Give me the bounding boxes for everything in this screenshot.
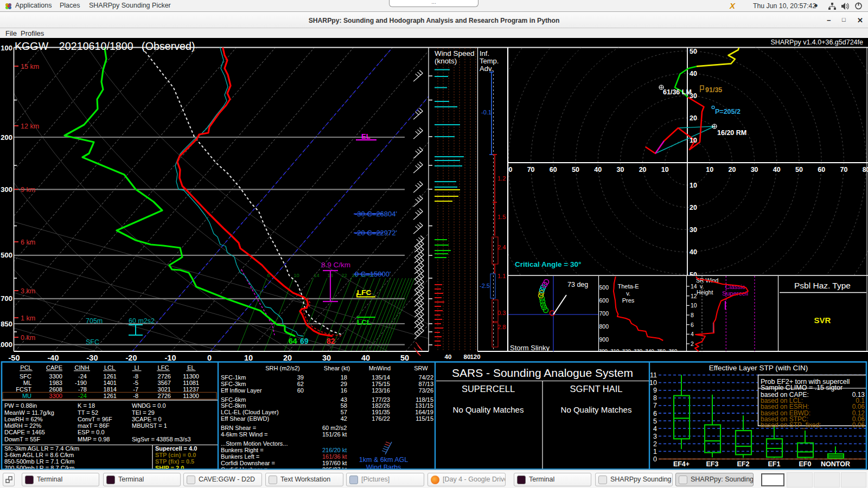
svg-text:-5: -5	[133, 380, 138, 386]
svg-text:14: 14	[314, 272, 320, 278]
svg-text:58: 58	[341, 402, 347, 409]
svg-text:0 km: 0 km	[21, 334, 35, 342]
svg-text:1: 1	[653, 448, 657, 455]
svg-text:-0.1: -0.1	[481, 109, 492, 115]
svg-text:40: 40	[690, 248, 697, 256]
svg-text:SARS - Sounding Analogue Syste: SARS - Sounding Analogue System	[452, 367, 633, 379]
svg-text:40: 40	[594, 166, 602, 174]
svg-text:-30 C=26804': -30 C=26804'	[355, 210, 397, 218]
svg-text:SGFNT HAIL: SGFNT HAIL	[570, 384, 623, 394]
svg-text:SFC-3km: SFC-3km	[221, 381, 246, 387]
svg-text:20: 20	[690, 204, 697, 211]
svg-text:SigSvr = 43858 m3/s3: SigSvr = 43858 m3/s3	[132, 436, 191, 442]
svg-text:40: 40	[773, 166, 781, 174]
svg-text:EF1: EF1	[768, 460, 781, 468]
svg-text:TEI = 29: TEI = 29	[132, 409, 155, 416]
svg-text:3-6km AGL LR = 8.6 C/km: 3-6km AGL LR = 8.6 C/km	[4, 452, 74, 458]
svg-text:151/26 kt: 151/26 kt	[322, 431, 347, 438]
svg-text:500: 500	[1, 251, 12, 259]
svg-text:8.9 C/km: 8.9 C/km	[321, 261, 350, 269]
svg-text:K = 18: K = 18	[78, 402, 95, 409]
svg-text:Eff Shear (EBWD): Eff Shear (EBWD)	[221, 415, 269, 422]
svg-text:1 km: 1 km	[21, 314, 35, 322]
svg-text:3567: 3567	[158, 380, 171, 386]
svg-text:11300: 11300	[183, 393, 199, 399]
svg-text:SFC: SFC	[86, 338, 99, 346]
svg-text:50: 50	[795, 166, 803, 174]
svg-text:57: 57	[341, 409, 347, 415]
svg-text:MidRH = 22%: MidRH = 22%	[4, 422, 41, 429]
svg-text:Psbl Haz. Type: Psbl Haz. Type	[794, 281, 851, 290]
svg-text:ML: ML	[23, 380, 31, 386]
svg-text:164/19: 164/19	[415, 409, 433, 415]
svg-text:EL: EL	[361, 132, 371, 140]
svg-text:1.1: 1.1	[497, 273, 506, 279]
svg-text:SFC-8km: SFC-8km	[221, 402, 246, 409]
svg-text:LFC: LFC	[357, 288, 371, 297]
svg-text:20: 20	[639, 166, 647, 174]
svg-text:182/26: 182/26	[372, 402, 390, 409]
svg-text:87/13: 87/13	[418, 381, 433, 387]
svg-text:197/60 kt: 197/60 kt	[322, 460, 347, 466]
svg-text:SVR: SVR	[814, 316, 831, 325]
svg-text:100: 100	[1, 44, 12, 52]
svg-text:216/20 kt: 216/20 kt	[322, 447, 347, 453]
svg-text:Supercell = 4.0: Supercell = 4.0	[155, 445, 197, 452]
svg-text:40: 40	[445, 354, 452, 360]
svg-text:2: 2	[691, 341, 694, 347]
svg-text:10: 10	[691, 302, 697, 309]
svg-text:-20: -20	[126, 354, 137, 362]
svg-text:200: 200	[1, 133, 12, 142]
svg-text:10: 10	[661, 166, 669, 174]
svg-text:3 km: 3 km	[21, 287, 35, 295]
svg-text:700: 700	[1, 294, 12, 303]
svg-text:10: 10	[690, 182, 697, 189]
svg-text:SRH (m2/s2): SRH (m2/s2)	[265, 365, 300, 371]
svg-text:TT = 52: TT = 52	[78, 409, 98, 416]
svg-text:2: 2	[653, 440, 657, 448]
svg-text:(knots): (knots)	[435, 57, 457, 65]
svg-text:9: 9	[653, 387, 657, 394]
svg-text:2726: 2726	[158, 393, 171, 399]
svg-text:LCL-EL (Cloud Layer): LCL-EL (Cloud Layer)	[221, 409, 279, 415]
svg-text:Eff Inflow Layer: Eff Inflow Layer	[221, 387, 262, 394]
svg-text:2608: 2608	[49, 386, 62, 393]
svg-text:Sfc-3km AGL LR = 7.4 C/km: Sfc-3km AGL LR = 7.4 C/km	[4, 445, 79, 452]
svg-text:EF3: EF3	[706, 460, 719, 468]
svg-text:Height: Height	[697, 289, 713, 296]
svg-text:40: 40	[690, 70, 697, 78]
svg-text:50: 50	[400, 354, 409, 362]
svg-text:850: 850	[1, 320, 12, 328]
svg-text:3300: 3300	[49, 373, 62, 380]
svg-text:ESP = 0.0: ESP = 0.0	[78, 429, 105, 435]
svg-text:EF2: EF2	[737, 460, 750, 468]
svg-text:39: 39	[297, 374, 304, 381]
svg-text:ConvT = 96F: ConvT = 96F	[78, 416, 112, 422]
svg-text:3300: 3300	[49, 393, 62, 399]
svg-text:3CAPE = 0: 3CAPE = 0	[132, 416, 162, 422]
svg-text:SUPERCELL: SUPERCELL	[462, 384, 515, 394]
svg-text:8: 8	[653, 394, 657, 402]
svg-text:EF0: EF0	[799, 460, 812, 468]
svg-text:Adv.: Adv.	[480, 65, 493, 73]
svg-text:11: 11	[650, 371, 657, 379]
svg-text:KGGW 20210610/1800 (Observed: KGGW 20210610/1800 (Observed)	[15, 40, 195, 52]
svg-text:maxT = 86F: maxT = 86F	[78, 422, 110, 429]
svg-text:73/26: 73/26	[418, 387, 433, 394]
svg-text:LCL: LCL	[357, 318, 371, 326]
svg-text:Critical Angle = 30°: Critical Angle = 30°	[515, 260, 581, 268]
svg-text:6: 6	[653, 410, 657, 418]
svg-text:1km & 6km AGL: 1km & 6km AGL	[359, 456, 408, 464]
svg-text:-40: -40	[48, 354, 59, 362]
svg-text:6 km: 6 km	[21, 239, 35, 246]
svg-text:Shear (kt): Shear (kt)	[324, 365, 350, 371]
svg-text:12 km: 12 km	[21, 123, 39, 130]
svg-text:30: 30	[322, 354, 331, 362]
svg-text:800: 800	[599, 323, 609, 330]
svg-text:15 km: 15 km	[21, 63, 39, 70]
svg-text:1983: 1983	[49, 380, 62, 386]
svg-text:82: 82	[327, 337, 335, 345]
svg-text:12: 12	[691, 293, 697, 299]
svg-text:LI: LI	[134, 364, 139, 371]
svg-text:PW = 0.88in: PW = 0.88in	[4, 402, 37, 409]
